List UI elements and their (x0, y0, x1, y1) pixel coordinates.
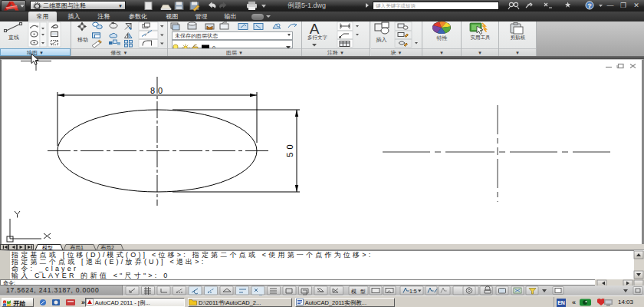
svg-text:布局2: 布局2 (100, 245, 114, 250)
svg-text:1:5: 1:5 (409, 289, 417, 294)
svg-text:模型: 模型 (42, 245, 53, 250)
svg-text:布局1: 布局1 (70, 245, 84, 250)
svg-text:?: ? (588, 2, 592, 9)
svg-text:«: « (572, 299, 576, 306)
